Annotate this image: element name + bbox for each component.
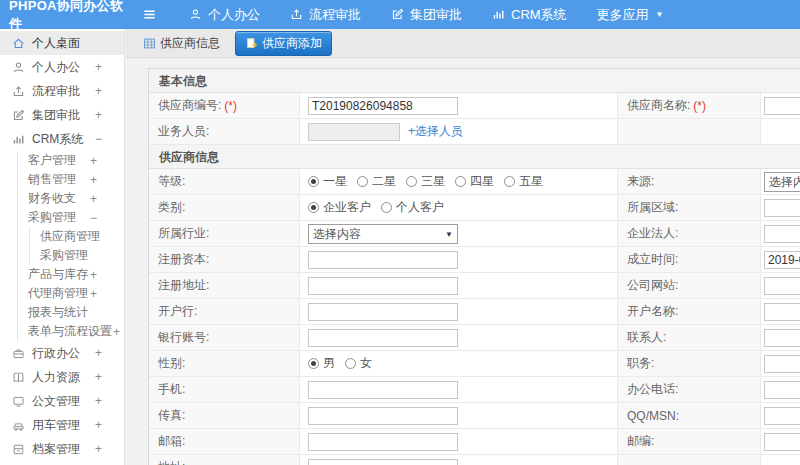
label-text: 注册地址: [158, 277, 209, 294]
sidebar-item-human-resources[interactable]: 人力资源+ [0, 365, 124, 389]
sidebar-item-crm-system[interactable]: CRM系统− [0, 127, 124, 151]
expander-icon[interactable]: + [95, 394, 102, 408]
field-label: QQ/MSN: [618, 403, 761, 428]
expander-icon[interactable]: + [95, 108, 102, 122]
contact-input[interactable] [764, 329, 800, 347]
label-text: 联系人: [627, 329, 666, 346]
level-radios-option[interactable] [406, 176, 417, 187]
tab-label: 供应商添加 [262, 35, 322, 52]
registered-capital-input[interactable] [308, 251, 458, 269]
bank-account-input[interactable] [308, 329, 458, 347]
fax-input[interactable] [308, 407, 458, 425]
level-radios-option[interactable] [308, 176, 319, 187]
address-input[interactable] [308, 459, 458, 465]
sidebar-item-form-workflow-settings[interactable]: 表单与流程设置+ [0, 322, 124, 341]
registered-address-input[interactable] [308, 277, 458, 295]
field-label: 来源: [618, 169, 761, 194]
sidebar-item-group-approval[interactable]: 集团审批+ [0, 103, 124, 127]
select-person-link[interactable]: +选择人员 [408, 123, 463, 140]
nav-item-workflow-approval[interactable]: 流程审批 [290, 6, 361, 24]
sidebar-item-vehicle-mgmt[interactable]: 用车管理+ [0, 413, 124, 437]
account-name-input[interactable] [764, 303, 800, 321]
radio-label: 四星 [470, 173, 494, 190]
expander-icon[interactable]: + [90, 154, 97, 168]
nav-item-personal-office[interactable]: 个人办公 [189, 6, 260, 24]
archive-icon [12, 443, 25, 456]
sidebar-item-product-inventory[interactable]: 产品与库存+ [0, 265, 124, 284]
expander-icon[interactable]: + [95, 442, 102, 456]
level-radios-option[interactable] [357, 176, 368, 187]
expander-icon[interactable]: − [90, 211, 97, 225]
sidebar-item-supplier-mgmt[interactable]: 供应商管理 [0, 227, 124, 246]
expander-icon[interactable]: + [95, 60, 102, 74]
expander-icon[interactable]: + [95, 418, 102, 432]
sidebar-item-document-mgmt[interactable]: 公文管理+ [0, 389, 124, 413]
label-text: 办公电话: [627, 381, 678, 398]
supplier-name-input[interactable] [764, 97, 800, 115]
sidebar-item-personal-desktop[interactable]: 个人桌面 [0, 31, 124, 55]
founding-date-input[interactable] [764, 251, 800, 269]
expander-icon[interactable]: + [90, 173, 97, 187]
label-text: 地址: [158, 459, 185, 465]
expander-icon[interactable]: + [113, 325, 120, 339]
level-radios-option[interactable] [455, 176, 466, 187]
sidebar-item-sales-mgmt[interactable]: 销售管理+ [0, 170, 124, 189]
tab-supplier-add[interactable]: 供应商添加 [235, 31, 332, 56]
sidebar-item-purchase-mgmt[interactable]: 采购管理 [0, 246, 124, 265]
sidebar-item-personal-office[interactable]: 个人办公+ [0, 55, 124, 79]
legal-person-input[interactable] [764, 225, 800, 243]
menu-icon[interactable] [142, 7, 157, 22]
sidebar-item-reports-stats[interactable]: 报表与统计 [0, 303, 124, 322]
category-radios-option[interactable] [308, 202, 319, 213]
sidebar-item-agent-mgmt[interactable]: 代理商管理+ [0, 284, 124, 303]
label-text: 供应商名称: [627, 97, 690, 114]
nav-item-crm-system[interactable]: CRM系统 [492, 6, 567, 24]
sidebar-item-label: 表单与流程设置 [28, 323, 112, 340]
field-cell: +选择人员 [300, 119, 618, 144]
nav-item-group-approval[interactable]: 集团审批 [391, 6, 462, 24]
chevron-down-icon: ▼ [445, 226, 453, 243]
expander-icon[interactable]: − [95, 132, 102, 146]
expander-icon[interactable]: + [90, 192, 97, 206]
sidebar-item-label: 行政办公 [32, 345, 80, 362]
flow-icon [12, 85, 25, 98]
expander-icon[interactable]: + [95, 346, 102, 360]
industry-select[interactable]: 选择内容▼ [308, 224, 458, 244]
zip-input[interactable] [764, 433, 800, 451]
sidebar-item-customer-mgmt[interactable]: 客户管理+ [0, 151, 124, 170]
sidebar-item-finance-inout[interactable]: 财务收支+ [0, 189, 124, 208]
radio-label: 个人客户 [396, 199, 444, 216]
expander-icon[interactable]: + [95, 370, 102, 384]
mobile-input[interactable] [308, 381, 458, 399]
level-radios-option[interactable] [504, 176, 515, 187]
bank-branch-input[interactable] [308, 303, 458, 321]
nav-item-more-apps[interactable]: 更多应用▼ [597, 6, 664, 24]
expander-icon[interactable]: + [90, 268, 97, 282]
qq-msn-input[interactable] [764, 407, 800, 425]
field-label: 开户行: [149, 299, 300, 324]
office-phone-input[interactable] [764, 381, 800, 399]
sidebar-item-archive-mgmt[interactable]: 档案管理+ [0, 437, 124, 461]
gender-radios-option[interactable] [345, 358, 356, 369]
sidebar-item-admin-office[interactable]: 行政办公+ [0, 341, 124, 365]
region-input[interactable] [764, 199, 800, 217]
source-select[interactable]: 选择内容▼ [764, 172, 800, 192]
form-row: 业务人员:+选择人员 [149, 119, 800, 145]
field-label: 职务: [618, 351, 761, 376]
sidebar-item-workflow-approval[interactable]: 流程审批+ [0, 79, 124, 103]
supplier-code-input[interactable] [308, 97, 458, 115]
sidebar-item-purchasing-mgmt[interactable]: 采购管理− [0, 208, 124, 227]
field-cell [300, 325, 618, 350]
website-input[interactable] [764, 277, 800, 295]
gender-radios-option[interactable] [308, 358, 319, 369]
expander-icon[interactable]: + [95, 84, 102, 98]
business-person-input[interactable] [308, 123, 400, 141]
position-input[interactable] [764, 355, 800, 373]
expander-icon[interactable]: + [90, 287, 97, 301]
tab-supplier-info[interactable]: 供应商信息 [135, 32, 228, 55]
form-row: 供应商编号:(*)供应商名称:(*) [149, 93, 800, 119]
category-radios-option[interactable] [381, 202, 392, 213]
form-row: 类别:企业客户个人客户所属区域: [149, 195, 800, 221]
admin-icon [12, 347, 25, 360]
email-input[interactable] [308, 433, 458, 451]
